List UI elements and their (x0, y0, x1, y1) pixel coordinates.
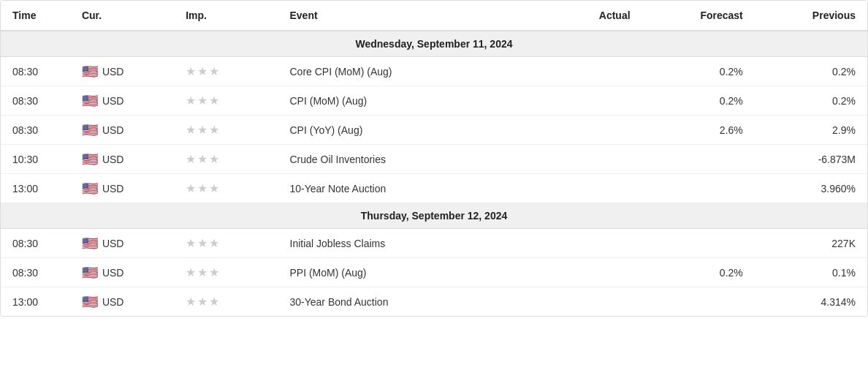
cell-currency: 🇺🇸USD (70, 145, 174, 174)
section-header-1: Thursday, September 12, 2024 (1, 203, 867, 229)
currency-code: USD (102, 296, 124, 308)
cell-event: 10-Year Note Auction (278, 174, 556, 203)
cell-time: 08:30 (1, 116, 70, 145)
flag-icon: 🇺🇸 (82, 295, 98, 309)
header-time: Time (1, 1, 70, 31)
currency-code: USD (102, 154, 124, 165)
flag-icon: 🇺🇸 (82, 182, 98, 195)
star-icon-2: ★ (209, 181, 219, 195)
cell-forecast: 2.6% (642, 116, 755, 145)
cell-importance: ★★★ (174, 57, 278, 86)
table-row: 08:30🇺🇸USD★★★CPI (YoY) (Aug)2.6%2.9% (1, 116, 867, 145)
star-icon-0: ★ (186, 295, 196, 309)
cell-forecast (642, 229, 755, 258)
cell-event: CPI (MoM) (Aug) (278, 86, 556, 116)
currency-code: USD (102, 238, 124, 249)
cell-previous: 0.2% (755, 57, 867, 86)
cell-forecast (642, 145, 755, 174)
flag-icon: 🇺🇸 (82, 65, 98, 78)
star-icon-1: ★ (197, 152, 208, 166)
header-currency: Cur. (70, 1, 174, 31)
cell-event: Initial Jobless Claims (278, 229, 556, 258)
currency-code: USD (102, 66, 124, 78)
economic-calendar-table: Time Cur. Imp. Event Actual Forecast Pre… (0, 0, 868, 317)
cell-event: CPI (YoY) (Aug) (278, 116, 556, 145)
cell-actual (555, 57, 642, 86)
header-forecast: Forecast (642, 1, 755, 31)
star-icon-2: ★ (209, 265, 219, 279)
cell-currency: 🇺🇸USD (70, 116, 174, 145)
star-icon-1: ★ (197, 236, 208, 250)
cell-previous: 2.9% (755, 116, 867, 145)
cell-time: 08:30 (1, 57, 70, 86)
star-icon-2: ★ (209, 152, 219, 166)
star-icon-0: ★ (186, 181, 196, 195)
header-importance: Imp. (174, 1, 278, 31)
cell-currency: 🇺🇸USD (70, 229, 174, 258)
flag-icon: 🇺🇸 (82, 124, 98, 137)
table-row: 10:30🇺🇸USD★★★Crude Oil Inventories-6.873… (1, 145, 867, 174)
cell-previous: 0.2% (755, 86, 867, 116)
cell-forecast (642, 174, 755, 203)
cell-forecast: 0.2% (642, 258, 755, 287)
star-icon-2: ★ (209, 295, 219, 309)
star-icon-2: ★ (209, 64, 219, 78)
currency-code: USD (102, 95, 124, 107)
cell-currency: 🇺🇸USD (70, 287, 174, 317)
cell-currency: 🇺🇸USD (70, 57, 174, 86)
table-row: 08:30🇺🇸USD★★★CPI (MoM) (Aug)0.2%0.2% (1, 86, 867, 116)
star-icon-2: ★ (209, 123, 219, 137)
cell-importance: ★★★ (174, 287, 278, 317)
flag-icon: 🇺🇸 (82, 94, 98, 107)
star-icon-0: ★ (186, 152, 196, 166)
cell-actual (555, 86, 642, 116)
cell-importance: ★★★ (174, 229, 278, 258)
cell-time: 08:30 (1, 258, 70, 287)
cell-actual (555, 258, 642, 287)
cell-previous: -6.873M (755, 145, 867, 174)
cell-event: Crude Oil Inventories (278, 145, 556, 174)
currency-code: USD (102, 267, 124, 279)
star-icon-0: ★ (186, 94, 196, 107)
header-actual: Actual (555, 1, 642, 31)
header-event: Event (278, 1, 556, 31)
section-label-1: Thursday, September 12, 2024 (1, 203, 867, 229)
cell-importance: ★★★ (174, 86, 278, 116)
cell-previous: 227K (755, 229, 867, 258)
cell-currency: 🇺🇸USD (70, 174, 174, 203)
flag-icon: 🇺🇸 (82, 153, 98, 166)
cell-importance: ★★★ (174, 258, 278, 287)
star-icon-1: ★ (197, 265, 208, 279)
star-icon-2: ★ (209, 236, 219, 250)
flag-icon: 🇺🇸 (82, 266, 98, 279)
table-row: 13:00🇺🇸USD★★★30-Year Bond Auction4.314% (1, 287, 867, 317)
currency-code: USD (102, 183, 124, 195)
cell-forecast (642, 287, 755, 317)
cell-event: 30-Year Bond Auction (278, 287, 556, 317)
star-icon-0: ★ (186, 123, 196, 137)
star-icon-0: ★ (186, 236, 196, 250)
table-row: 08:30🇺🇸USD★★★Core CPI (MoM) (Aug)0.2%0.2… (1, 57, 867, 86)
star-icon-0: ★ (186, 64, 196, 78)
cell-actual (555, 116, 642, 145)
cell-previous: 4.314% (755, 287, 867, 317)
flag-icon: 🇺🇸 (82, 237, 98, 250)
cell-time: 13:00 (1, 287, 70, 317)
star-icon-0: ★ (186, 265, 196, 279)
table-row: 13:00🇺🇸USD★★★10-Year Note Auction3.960% (1, 174, 867, 203)
cell-forecast: 0.2% (642, 86, 755, 116)
cell-currency: 🇺🇸USD (70, 258, 174, 287)
cell-event: Core CPI (MoM) (Aug) (278, 57, 556, 86)
section-header-0: Wednesday, September 11, 2024 (1, 31, 867, 57)
table-row: 08:30🇺🇸USD★★★Initial Jobless Claims227K (1, 229, 867, 258)
cell-time: 08:30 (1, 229, 70, 258)
star-icon-2: ★ (209, 94, 219, 107)
cell-importance: ★★★ (174, 116, 278, 145)
cell-time: 10:30 (1, 145, 70, 174)
cell-forecast: 0.2% (642, 57, 755, 86)
cell-previous: 0.1% (755, 258, 867, 287)
header-previous: Previous (755, 1, 867, 31)
star-icon-1: ★ (197, 295, 208, 309)
cell-time: 08:30 (1, 86, 70, 116)
cell-currency: 🇺🇸USD (70, 86, 174, 116)
